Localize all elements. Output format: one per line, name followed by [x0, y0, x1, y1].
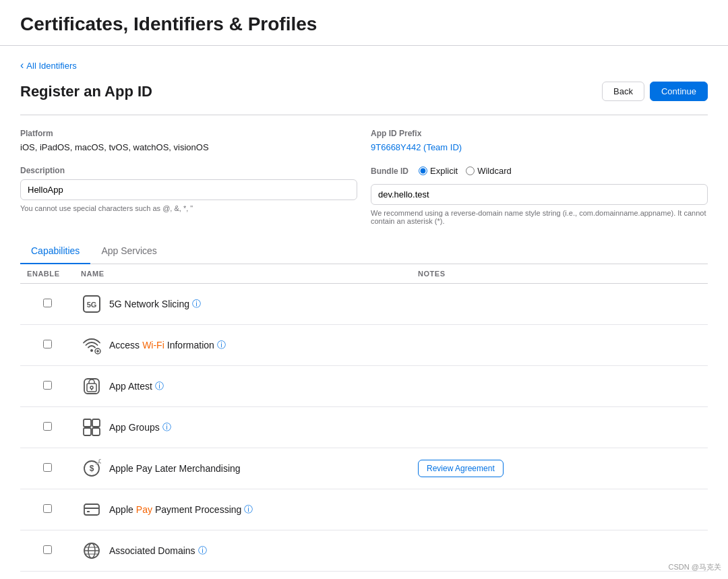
icon-5g: 5G — [81, 293, 102, 315]
capability-name-cell: Apple Pay Payment Processingⓘ — [81, 499, 404, 520]
icon-pay-processing — [81, 499, 102, 520]
info-icon[interactable]: ⓘ — [162, 421, 171, 433]
table-row: Associated Domainsⓘ — [20, 530, 708, 572]
capability-name: Associated Domainsⓘ — [109, 545, 207, 557]
app-id-prefix-label: App ID Prefix — [371, 129, 708, 138]
back-button[interactable]: Back — [602, 82, 644, 101]
info-icon[interactable]: ⓘ — [198, 545, 207, 557]
notes-cell — [411, 489, 708, 530]
table-row: App Groupsⓘ — [20, 407, 708, 448]
col-notes-header: Notes — [411, 264, 708, 284]
notes-cell — [411, 407, 708, 448]
notes-cell — [411, 572, 708, 580]
explicit-label: Explicit — [430, 166, 458, 176]
svg-rect-8 — [87, 384, 96, 392]
tab-app-services[interactable]: App Services — [90, 239, 167, 264]
info-icon[interactable]: ⓘ — [155, 380, 164, 392]
platform-group: Platform iOS, iPadOS, macOS, tvOS, watch… — [20, 129, 357, 152]
capability-name-cell: Access Wi-Fi Informationⓘ — [81, 334, 404, 356]
table-row: $ Apple Pay Later MerchandisingReview Ag… — [20, 448, 708, 489]
svg-point-9 — [90, 386, 93, 389]
capability-name-cell: App Attestⓘ — [81, 375, 404, 397]
icon-domains — [81, 540, 102, 561]
icon-wifi — [81, 334, 102, 356]
table-header-row: Enable Name Notes — [20, 264, 708, 284]
name-highlight: Pay — [136, 504, 152, 515]
checkbox-apple-pay-payment[interactable] — [43, 504, 52, 513]
notes-cell — [411, 530, 708, 572]
description-label: Description — [20, 166, 357, 175]
bundle-type-radio-group: Explicit Wildcard — [419, 166, 512, 176]
svg-rect-14 — [92, 428, 100, 435]
svg-text:$: $ — [90, 464, 94, 473]
bundle-id-input[interactable] — [371, 184, 708, 205]
description-group: Description You cannot use special chara… — [20, 166, 357, 225]
name-highlight: Wi-Fi — [142, 340, 164, 351]
info-icon[interactable]: ⓘ — [244, 504, 253, 516]
capabilities-table: Enable Name Notes 5G 5G Network Slicingⓘ… — [20, 264, 708, 579]
table-row: Apple Pay Payment Processingⓘ — [20, 489, 708, 530]
checkbox-app-attest[interactable] — [43, 381, 52, 390]
wildcard-radio-option[interactable]: Wildcard — [466, 166, 512, 176]
notes-cell — [411, 366, 708, 407]
svg-rect-18 — [84, 504, 99, 515]
info-icon[interactable]: ⓘ — [192, 298, 201, 310]
svg-text:5G: 5G — [87, 301, 97, 309]
capability-name: 5G Network Slicingⓘ — [109, 298, 201, 310]
capability-name-cell: 5G 5G Network Slicingⓘ — [81, 293, 404, 315]
bundle-id-label: Bundle ID — [371, 166, 408, 176]
capability-name: Apple Pay Later Merchandising — [109, 463, 241, 474]
tabs-container: Capabilities App Services — [20, 239, 708, 264]
main-content: All Identifiers Register an App ID Back … — [0, 46, 728, 579]
notes-cell: Review Agreement — [411, 448, 708, 489]
col-name-header: Name — [74, 264, 411, 284]
explicit-radio-option[interactable]: Explicit — [419, 166, 458, 176]
svg-rect-20 — [87, 511, 90, 512]
svg-point-17 — [99, 459, 101, 463]
bundle-id-header-row: Bundle ID Explicit Wildcard — [371, 166, 708, 176]
checkbox-5g-network-slicing[interactable] — [43, 299, 52, 307]
register-header: Register an App ID Back Continue — [20, 82, 708, 101]
bundle-id-hint: We recommend using a reverse-domain name… — [371, 209, 708, 225]
page-header: Certificates, Identifiers & Profiles — [0, 0, 728, 46]
icon-attest — [81, 375, 102, 397]
table-row: Access Wi-Fi Informationⓘ — [20, 325, 708, 366]
svg-rect-13 — [84, 428, 91, 435]
capability-name-cell: $ Apple Pay Later Merchandising — [81, 458, 404, 479]
review-agreement-button[interactable]: Review Agreement — [418, 460, 504, 477]
description-input[interactable] — [20, 179, 357, 200]
bundle-id-group: Bundle ID Explicit Wildcard We recommend… — [371, 166, 708, 225]
wildcard-radio[interactable] — [466, 166, 475, 175]
continue-button[interactable]: Continue — [650, 82, 708, 101]
page-title: Certificates, Identifiers & Profiles — [20, 13, 708, 35]
svg-rect-12 — [92, 419, 100, 427]
checkbox-app-groups[interactable] — [43, 422, 52, 431]
tab-capabilities[interactable]: Capabilities — [20, 239, 90, 264]
capability-name: App Groupsⓘ — [109, 421, 171, 433]
back-link[interactable]: All Identifiers — [20, 59, 77, 71]
svg-rect-11 — [84, 419, 91, 427]
icon-pay-later: $ — [81, 458, 102, 479]
col-enable-header: Enable — [20, 264, 74, 284]
form-grid: Platform iOS, iPadOS, macOS, tvOS, watch… — [20, 129, 708, 225]
form-section: Platform iOS, iPadOS, macOS, tvOS, watch… — [20, 115, 708, 225]
svg-point-2 — [90, 349, 93, 352]
app-id-prefix-group: App ID Prefix 9T6668Y442 (Team ID) — [371, 129, 708, 152]
notes-cell — [411, 325, 708, 366]
table-row: 5G 5G Network Slicingⓘ — [20, 284, 708, 325]
wildcard-label: Wildcard — [477, 166, 512, 176]
table-row: AutoFill Credential Providerⓘ — [20, 572, 708, 580]
checkbox-associated-domains[interactable] — [43, 545, 52, 554]
watermark: CSDN @马克关 — [669, 562, 721, 572]
capability-name-cell: Associated Domainsⓘ — [81, 540, 404, 561]
description-hint: You cannot use special characters such a… — [20, 204, 357, 212]
checkbox-access-wifi-information[interactable] — [43, 340, 52, 348]
platform-value: iOS, iPadOS, macOS, tvOS, watchOS, visio… — [20, 142, 357, 152]
header-actions: Back Continue — [602, 82, 708, 101]
checkbox-apple-pay-later[interactable] — [43, 463, 52, 472]
explicit-radio[interactable] — [419, 166, 427, 175]
table-row: App Attestⓘ — [20, 366, 708, 407]
capability-name: Access Wi-Fi Informationⓘ — [109, 339, 226, 351]
info-icon[interactable]: ⓘ — [217, 339, 226, 351]
platform-label: Platform — [20, 129, 357, 138]
